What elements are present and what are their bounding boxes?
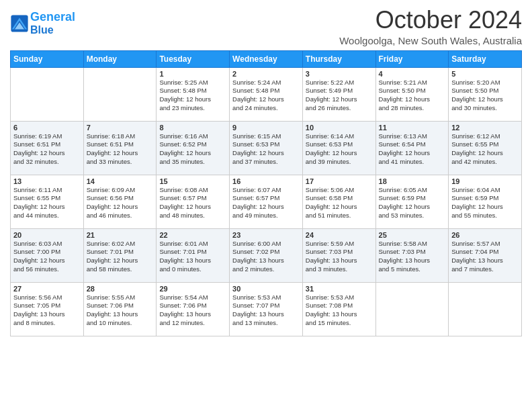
day-info: Sunset: 7:06 PM bbox=[159, 302, 226, 310]
day-info: Daylight: 12 hours bbox=[306, 203, 373, 212]
day-info: and 46 minutes. bbox=[87, 212, 154, 220]
day-info: Daylight: 13 hours bbox=[379, 257, 446, 265]
day-info: Daylight: 12 hours bbox=[232, 203, 300, 212]
calendar-cell bbox=[449, 282, 522, 336]
day-info: Sunset: 6:57 PM bbox=[232, 194, 300, 203]
day-number: 25 bbox=[379, 231, 446, 239]
calendar-cell: 4Sunrise: 5:21 AMSunset: 5:50 PMDaylight… bbox=[375, 67, 449, 121]
day-info: Sunset: 6:53 PM bbox=[306, 140, 373, 149]
day-number: 14 bbox=[87, 177, 154, 185]
day-header-sunday: Sunday bbox=[11, 50, 84, 67]
day-number: 21 bbox=[87, 231, 154, 239]
day-info: Sunrise: 6:18 AM bbox=[87, 132, 154, 141]
day-info: Daylight: 12 hours bbox=[232, 149, 300, 158]
day-info: Daylight: 13 hours bbox=[87, 310, 154, 319]
calendar-body: 1Sunrise: 5:25 AMSunset: 5:48 PMDaylight… bbox=[11, 67, 522, 336]
day-info: Daylight: 12 hours bbox=[232, 95, 300, 104]
day-number: 22 bbox=[159, 231, 226, 239]
day-info: Sunset: 5:49 PM bbox=[306, 87, 373, 95]
day-info: and 15 minutes. bbox=[306, 319, 373, 328]
day-info: Sunset: 6:59 PM bbox=[379, 194, 446, 203]
day-info: Daylight: 12 hours bbox=[87, 257, 154, 265]
day-info: Sunset: 7:02 PM bbox=[232, 248, 300, 257]
day-info: Sunrise: 5:58 AM bbox=[379, 240, 446, 248]
day-info: and 3 minutes. bbox=[306, 265, 373, 274]
day-info: and 35 minutes. bbox=[159, 158, 226, 167]
calendar-cell: 29Sunrise: 5:54 AMSunset: 7:06 PMDayligh… bbox=[157, 282, 230, 336]
day-info: and 7 minutes. bbox=[451, 265, 519, 274]
calendar-cell bbox=[11, 67, 84, 121]
calendar-cell: 25Sunrise: 5:58 AMSunset: 7:03 PMDayligh… bbox=[375, 228, 449, 282]
calendar-cell: 16Sunrise: 6:07 AMSunset: 6:57 PMDayligh… bbox=[230, 175, 303, 228]
calendar-cell: 10Sunrise: 6:14 AMSunset: 6:53 PMDayligh… bbox=[302, 121, 375, 175]
day-info: Daylight: 13 hours bbox=[13, 310, 81, 319]
day-info: Sunset: 5:50 PM bbox=[379, 87, 446, 95]
day-info: Sunrise: 6:14 AM bbox=[306, 132, 373, 141]
day-info: Sunrise: 6:05 AM bbox=[379, 186, 446, 195]
week-row-1: 1Sunrise: 5:25 AMSunset: 5:48 PMDaylight… bbox=[11, 67, 522, 121]
day-info: Sunrise: 5:54 AM bbox=[159, 293, 226, 302]
day-header-friday: Friday bbox=[375, 50, 449, 67]
calendar-cell: 1Sunrise: 5:25 AMSunset: 5:48 PMDaylight… bbox=[157, 67, 230, 121]
calendar-cell: 20Sunrise: 6:03 AMSunset: 7:00 PMDayligh… bbox=[11, 228, 84, 282]
day-info: Sunset: 5:48 PM bbox=[232, 87, 300, 95]
day-header-monday: Monday bbox=[83, 50, 157, 67]
day-info: Sunset: 7:07 PM bbox=[232, 302, 300, 310]
day-info: Sunrise: 6:07 AM bbox=[232, 186, 300, 195]
day-info: and 30 minutes. bbox=[451, 104, 519, 113]
day-info: and 24 minutes. bbox=[232, 104, 300, 113]
day-number: 5 bbox=[451, 70, 519, 78]
calendar-cell: 14Sunrise: 6:09 AMSunset: 6:56 PMDayligh… bbox=[83, 175, 157, 228]
logo: General Blue bbox=[10, 11, 75, 36]
day-number: 26 bbox=[451, 231, 519, 239]
day-number: 29 bbox=[159, 285, 226, 293]
day-number: 8 bbox=[159, 124, 226, 132]
day-info: and 53 minutes. bbox=[379, 212, 446, 220]
calendar-cell: 6Sunrise: 6:19 AMSunset: 6:51 PMDaylight… bbox=[11, 121, 84, 175]
day-header-saturday: Saturday bbox=[449, 50, 522, 67]
day-info: Sunset: 6:51 PM bbox=[13, 140, 81, 149]
day-info: and 39 minutes. bbox=[306, 158, 373, 167]
day-info: Daylight: 12 hours bbox=[87, 149, 154, 158]
day-number: 23 bbox=[232, 231, 300, 239]
day-number: 11 bbox=[379, 124, 446, 132]
day-info: Sunset: 6:58 PM bbox=[306, 194, 373, 203]
day-info: Daylight: 12 hours bbox=[379, 95, 446, 104]
day-number: 9 bbox=[232, 124, 300, 132]
day-info: Sunset: 7:04 PM bbox=[451, 248, 519, 257]
day-info: Daylight: 13 hours bbox=[159, 310, 226, 319]
day-info: Sunset: 7:06 PM bbox=[87, 302, 154, 310]
day-info: Sunset: 6:52 PM bbox=[159, 140, 226, 149]
day-number: 27 bbox=[13, 285, 81, 293]
day-info: Daylight: 12 hours bbox=[13, 149, 81, 158]
day-info: and 12 minutes. bbox=[159, 319, 226, 328]
day-info: and 2 minutes. bbox=[232, 265, 300, 274]
day-info: and 33 minutes. bbox=[87, 158, 154, 167]
calendar-header-row: SundayMondayTuesdayWednesdayThursdayFrid… bbox=[11, 50, 522, 67]
day-info: Daylight: 13 hours bbox=[232, 257, 300, 265]
day-number: 10 bbox=[306, 124, 373, 132]
day-number: 20 bbox=[13, 231, 81, 239]
calendar-cell: 28Sunrise: 5:55 AMSunset: 7:06 PMDayligh… bbox=[83, 282, 157, 336]
calendar-cell: 11Sunrise: 6:13 AMSunset: 6:54 PMDayligh… bbox=[375, 121, 449, 175]
day-number: 12 bbox=[451, 124, 519, 132]
day-info: Sunset: 5:48 PM bbox=[159, 87, 226, 95]
title-area: October 2024 Woolgoolga, New South Wales… bbox=[339, 7, 522, 46]
calendar-cell: 3Sunrise: 5:22 AMSunset: 5:49 PMDaylight… bbox=[302, 67, 375, 121]
calendar-table: SundayMondayTuesdayWednesdayThursdayFrid… bbox=[10, 50, 522, 336]
day-info: Sunrise: 6:08 AM bbox=[159, 186, 226, 195]
day-info: and 26 minutes. bbox=[306, 104, 373, 113]
day-info: Daylight: 12 hours bbox=[13, 257, 81, 265]
calendar-cell bbox=[375, 282, 449, 336]
calendar-cell: 8Sunrise: 6:16 AMSunset: 6:52 PMDaylight… bbox=[157, 121, 230, 175]
day-header-thursday: Thursday bbox=[302, 50, 375, 67]
day-info: Sunrise: 5:25 AM bbox=[159, 79, 226, 87]
day-info: Sunset: 7:05 PM bbox=[13, 302, 81, 310]
day-info: Sunset: 6:55 PM bbox=[451, 140, 519, 149]
day-info: and 32 minutes. bbox=[13, 158, 81, 167]
day-number: 4 bbox=[379, 70, 446, 78]
day-info: Sunrise: 5:24 AM bbox=[232, 79, 300, 87]
day-info: and 44 minutes. bbox=[13, 212, 81, 220]
day-info: Sunrise: 6:03 AM bbox=[13, 240, 81, 248]
calendar-cell: 21Sunrise: 6:02 AMSunset: 7:01 PMDayligh… bbox=[83, 228, 157, 282]
